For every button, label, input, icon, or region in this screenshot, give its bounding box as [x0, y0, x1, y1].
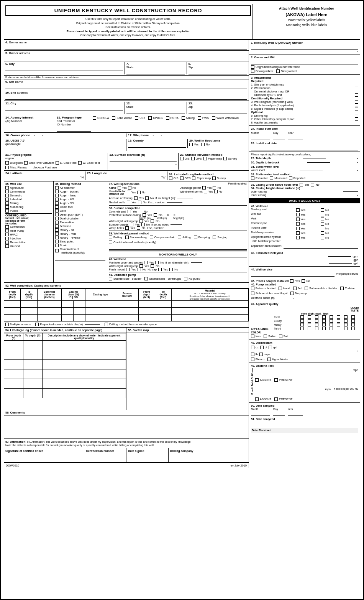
f27-month-input[interactable]	[251, 135, 270, 140]
casing-r2-type[interactable]	[85, 307, 116, 314]
cb-pws: PWS	[198, 116, 209, 120]
depth-intake-input[interactable]	[276, 298, 292, 298]
casing-r1-slot[interactable]	[116, 300, 138, 307]
f10-input[interactable]	[5, 94, 247, 100]
casing-r1-od[interactable]	[73, 300, 85, 307]
sketch-area[interactable]	[126, 333, 249, 410]
casing-r3-borehole[interactable]	[37, 314, 62, 321]
f50-day-input[interactable]	[273, 410, 285, 416]
f31-input[interactable]	[300, 170, 323, 170]
casing-r1-from2[interactable]	[138, 300, 155, 307]
f29-input[interactable]	[303, 158, 326, 158]
f11-input[interactable]	[5, 105, 123, 110]
casing-r2-material[interactable]	[172, 307, 249, 314]
drilling-company-input[interactable]	[170, 456, 247, 461]
req2b-cb[interactable]	[355, 93, 358, 97]
cb-salt: Salt	[279, 335, 289, 338]
rp-f1-input[interactable]	[251, 45, 358, 50]
date-signed-input[interactable]	[128, 456, 167, 461]
f20-yes-cb[interactable]	[189, 143, 193, 146]
cond4-cb[interactable]	[355, 104, 358, 107]
tc-mpn-input[interactable]	[255, 372, 358, 377]
opt7-cb[interactable]	[355, 117, 358, 121]
casing-r3-to[interactable]	[21, 314, 37, 321]
f43-gpd-input[interactable]	[329, 263, 352, 264]
f15-input[interactable]	[57, 126, 91, 132]
f43-gph-input[interactable]	[329, 260, 352, 260]
f12-input[interactable]	[126, 109, 185, 114]
cond5-cb[interactable]	[355, 107, 358, 110]
casing-r2-slot[interactable]	[116, 307, 138, 314]
casing-r3-from[interactable]	[4, 314, 21, 321]
manhole-diameter-input[interactable]	[191, 262, 202, 263]
f28-input[interactable]	[251, 145, 358, 150]
casing-r3-material[interactable]	[172, 314, 249, 321]
bump-guards-input[interactable]	[171, 224, 182, 225]
f50-year-input[interactable]	[288, 410, 303, 416]
f5-input[interactable]	[5, 55, 247, 60]
casing-r1-type[interactable]	[85, 300, 116, 307]
casing-r3-from2[interactable]	[138, 314, 155, 321]
f20-no-cb[interactable]	[201, 143, 205, 146]
casing-r2-borehole[interactable]	[37, 307, 62, 314]
req1-cb[interactable]	[355, 83, 358, 86]
f8-input[interactable]	[189, 69, 247, 74]
height-label: height (in)	[173, 217, 184, 219]
ecoli-mpn-input[interactable]	[255, 391, 358, 396]
f13-input[interactable]	[189, 109, 247, 114]
f9-input[interactable]	[5, 84, 247, 89]
f19-input[interactable]	[128, 142, 186, 148]
casing-r2-to2[interactable]	[155, 307, 171, 314]
casing-r3-slot[interactable]	[116, 314, 138, 321]
casing-r2-from2[interactable]	[138, 307, 155, 314]
casing-r2-from[interactable]	[4, 307, 21, 314]
casing-r1-material[interactable]	[172, 300, 249, 307]
f27-day-input[interactable]	[273, 135, 285, 140]
combination-drill-input[interactable]	[55, 255, 105, 260]
f7-input[interactable]	[126, 69, 185, 74]
casing-r1-from[interactable]	[4, 300, 21, 307]
casing-r1-to2[interactable]	[155, 300, 171, 307]
casing-r1-id[interactable]	[62, 300, 74, 307]
outer-casing-input[interactable]	[343, 191, 358, 192]
req2a-cb[interactable]	[355, 90, 358, 93]
f4-input[interactable]	[5, 44, 247, 49]
cb-agriculture: Agriculture	[5, 186, 52, 190]
f50-month-input[interactable]	[251, 410, 270, 416]
f51-input[interactable]	[251, 421, 358, 426]
rp-f2-input[interactable]	[251, 59, 358, 64]
f25-input[interactable]	[87, 175, 161, 180]
weep-holes-input[interactable]	[166, 228, 177, 228]
casing-r2-to[interactable]	[21, 307, 37, 314]
expansion-tank-input[interactable]	[284, 243, 358, 249]
f24-input[interactable]	[5, 175, 79, 180]
f14-input[interactable]	[5, 123, 53, 128]
casing-r1-borehole[interactable]	[37, 300, 62, 307]
dev-combination-input[interactable]	[109, 244, 247, 250]
casing-r3-od[interactable]	[73, 314, 85, 321]
casing-r3-id[interactable]	[62, 314, 74, 321]
comments-input[interactable]	[4, 415, 249, 438]
f43-gpm-input[interactable]	[328, 256, 351, 257]
opt6-cb[interactable]	[355, 114, 358, 117]
f6-input[interactable]	[5, 66, 123, 71]
f30-input[interactable]	[307, 162, 330, 163]
inner-casing-input[interactable]	[304, 195, 320, 195]
sig-input[interactable]	[5, 456, 82, 461]
f22-input[interactable]	[110, 157, 177, 162]
casing-r3-to2[interactable]	[155, 314, 171, 321]
casing-r3-type[interactable]	[85, 314, 116, 321]
prepacked-input[interactable]	[85, 324, 100, 325]
casing-r1-to[interactable]	[21, 300, 37, 307]
cert-input[interactable]	[86, 456, 125, 461]
f27-year-input[interactable]	[288, 135, 303, 140]
casing-r2-od[interactable]	[73, 307, 85, 314]
cond3-cb[interactable]	[355, 100, 358, 104]
artesian-height-input[interactable]	[177, 198, 193, 198]
casing-r2-id[interactable]	[62, 307, 74, 314]
nested-number-input[interactable]	[167, 202, 182, 203]
f18-input[interactable]	[5, 146, 125, 151]
f44-input[interactable]	[251, 271, 334, 277]
cb-cp-no: No	[321, 222, 343, 226]
opt8-cb[interactable]	[355, 121, 358, 124]
